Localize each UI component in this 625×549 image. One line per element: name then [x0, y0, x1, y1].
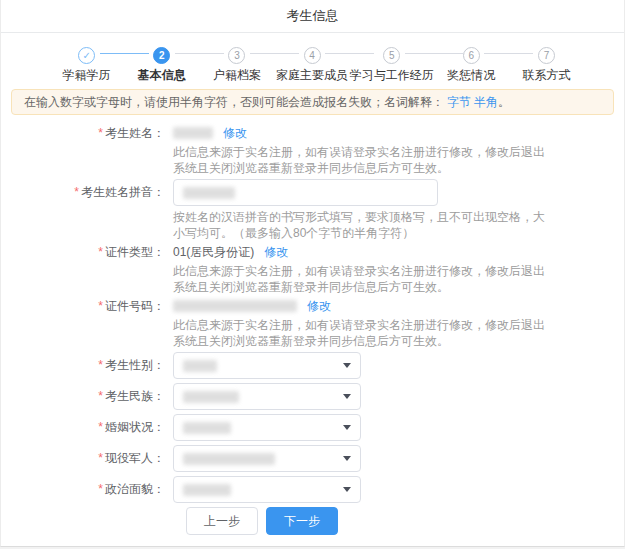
basic-info-form: *考生姓名： 修改 此信息来源于实名注册，如有误请登录实名注册进行修改，修改后退… — [1, 115, 624, 535]
step-xueji-xueli: ✓ 学籍学历 — [49, 45, 124, 83]
step-huji-dangan: 3 户籍档案 — [199, 45, 274, 83]
marital-status-field: *婚姻状况： — [1, 414, 624, 441]
gender-field: *考生性别： — [1, 352, 624, 379]
step-label: 联系方式 — [509, 67, 584, 83]
notice-period: 。 — [498, 95, 510, 109]
cert-type-value: 01(居民身份证) — [173, 244, 254, 260]
form-actions: 上一步 下一步 — [186, 507, 624, 535]
masked-gender-value — [183, 360, 217, 372]
pinyin-field: *考生姓名拼音： 按姓名的汉语拼音的书写形式填写，要求顶格写，且不可出现空格，大… — [1, 179, 624, 241]
gender-label: 考生性别： — [105, 358, 165, 372]
step-active-circle: 2 — [153, 47, 170, 64]
cert-number-field: *证件号码： 修改 此信息来源于实名注册，如有误请登录实名注册进行修改，修改后退… — [1, 298, 624, 349]
military-service-field: *现役军人： — [1, 445, 624, 472]
ethnicity-field: *考生民族： — [1, 383, 624, 410]
step-circle: 5 — [383, 47, 400, 64]
pinyin-label: 考生姓名拼音： — [81, 185, 165, 199]
required-mark: * — [98, 126, 103, 140]
marital-status-select[interactable] — [173, 414, 361, 441]
required-mark: * — [98, 358, 103, 372]
gender-select[interactable] — [173, 352, 361, 379]
candidate-info-page: 考生信息 ✓ 学籍学历 2 基本信息 3 户籍档案 4 家庭主要成员 5 学习与… — [0, 0, 625, 547]
required-mark: * — [74, 185, 79, 199]
step-label: 家庭主要成员 — [275, 67, 350, 83]
step-xuexi-gongzuo: 5 学习与工作经历 — [350, 45, 434, 83]
halfwidth-warning-banner: 在输入数字或字母时，请使用半角字符，否则可能会造成报名失败；名词解释：字节半角。 — [11, 89, 614, 115]
page-title: 考生信息 — [1, 0, 624, 33]
step-jiangcheng: 6 奖惩情况 — [434, 45, 509, 83]
next-step-button[interactable]: 下一步 — [266, 507, 338, 535]
required-mark: * — [98, 389, 103, 403]
masked-name-value — [173, 127, 213, 139]
masked-political-value — [183, 484, 231, 496]
cert-type-field: *证件类型： 01(居民身份证) 修改 此信息来源于实名注册，如有误请登录实名注… — [1, 244, 624, 295]
step-circle: 4 — [304, 47, 321, 64]
modify-cert-type-link[interactable]: 修改 — [264, 244, 288, 260]
political-status-field: *政治面貌： — [1, 476, 624, 503]
ethnicity-label: 考生民族： — [105, 389, 165, 403]
marital-status-label: 婚姻状况： — [105, 420, 165, 434]
step-label: 学籍学历 — [49, 67, 124, 83]
modify-name-link[interactable]: 修改 — [223, 125, 247, 141]
masked-ethnicity-value — [183, 391, 239, 403]
required-mark: * — [98, 299, 103, 313]
political-status-select[interactable] — [173, 476, 361, 503]
masked-marital-value — [183, 422, 231, 434]
step-done-circle: ✓ — [78, 47, 95, 64]
previous-step-button[interactable]: 上一步 — [186, 507, 258, 535]
military-service-label: 现役军人： — [105, 451, 165, 465]
step-label: 奖惩情况 — [434, 67, 509, 83]
cert-number-label: 证件号码： — [105, 299, 165, 313]
candidate-name-field: *考生姓名： 修改 此信息来源于实名注册，如有误请登录实名注册进行修改，修改后退… — [1, 125, 624, 176]
halfwidth-glossary-link[interactable]: 半角 — [474, 95, 498, 109]
step-circle: 7 — [538, 47, 555, 64]
chevron-down-icon — [343, 456, 351, 461]
required-mark: * — [98, 420, 103, 434]
pinyin-help-text: 按姓名的汉语拼音的书写形式填写，要求顶格写，且不可出现空格，大小写均可。（最多输… — [173, 209, 555, 241]
chevron-down-icon — [343, 487, 351, 492]
name-help-text: 此信息来源于实名注册，如有误请登录实名注册进行修改，修改后退出系统且关闭浏览器重… — [173, 144, 555, 176]
step-jiben-xinxi: 2 基本信息 — [124, 45, 199, 83]
chevron-down-icon — [343, 425, 351, 430]
byte-glossary-link[interactable]: 字节 — [447, 95, 471, 109]
masked-military-value — [183, 453, 275, 465]
cert-type-help-text: 此信息来源于实名注册，如有误请登录实名注册进行修改，修改后退出系统且关闭浏览器重… — [173, 263, 555, 295]
step-wizard: ✓ 学籍学历 2 基本信息 3 户籍档案 4 家庭主要成员 5 学习与工作经历 … — [1, 33, 624, 83]
masked-cert-number-value — [173, 300, 297, 312]
step-circle: 3 — [228, 47, 245, 64]
required-mark: * — [98, 482, 103, 496]
political-status-label: 政治面貌： — [105, 482, 165, 496]
notice-text: 在输入数字或字母时，请使用半角字符，否则可能会造成报名失败；名词解释： — [24, 95, 444, 109]
step-label: 基本信息 — [124, 67, 199, 83]
modify-cert-number-link[interactable]: 修改 — [307, 298, 331, 314]
step-label: 学习与工作经历 — [350, 67, 434, 83]
cert-type-label: 证件类型： — [105, 245, 165, 259]
step-circle: 6 — [463, 47, 480, 64]
pinyin-input[interactable] — [173, 179, 438, 206]
masked-pinyin-value — [183, 187, 235, 199]
step-jiating-chengyuan: 4 家庭主要成员 — [275, 45, 350, 83]
check-icon: ✓ — [82, 50, 90, 61]
military-service-select[interactable] — [173, 445, 361, 472]
chevron-down-icon — [343, 363, 351, 368]
cert-number-help-text: 此信息来源于实名注册，如有误请登录实名注册进行修改，修改后退出系统且关闭浏览器重… — [173, 317, 555, 349]
chevron-down-icon — [343, 394, 351, 399]
step-label: 户籍档案 — [199, 67, 274, 83]
candidate-name-label: 考生姓名： — [105, 126, 165, 140]
ethnicity-select[interactable] — [173, 383, 361, 410]
required-mark: * — [98, 451, 103, 465]
step-lianxi-fangshi: 7 联系方式 — [509, 45, 584, 83]
required-mark: * — [98, 245, 103, 259]
